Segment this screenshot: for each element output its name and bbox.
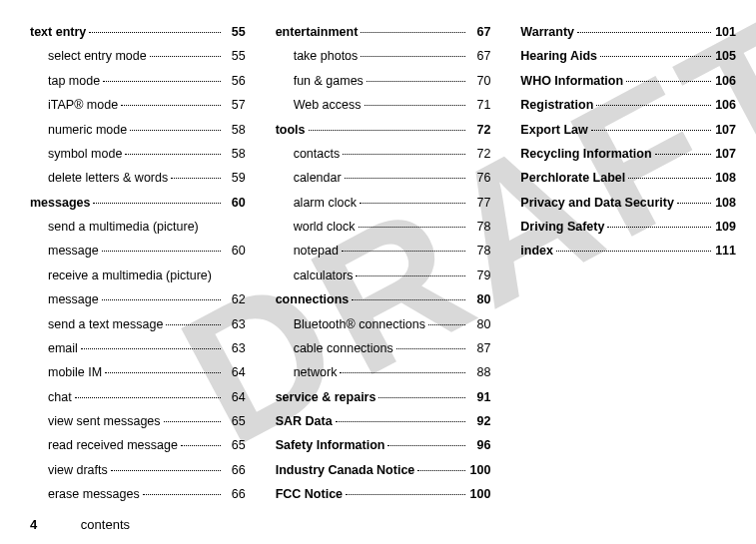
toc-entry-label: read received message — [48, 433, 178, 457]
toc-entry-label: WHO Information — [520, 69, 623, 93]
toc-entry-page: 70 — [468, 69, 490, 93]
toc-entry-page: 87 — [468, 336, 490, 360]
toc-entry-label: contacts — [294, 142, 341, 166]
toc-entry: mobile IM64 — [30, 360, 246, 384]
toc-entry-page: 62 — [224, 287, 246, 311]
toc-leader-dots — [346, 494, 465, 495]
toc-entry: message60 — [30, 239, 246, 263]
toc-entry: view sent messages65 — [30, 409, 246, 433]
toc-leader-dots — [343, 154, 465, 155]
toc-entry-page: 65 — [224, 409, 246, 433]
toc-leader-dots — [130, 130, 220, 131]
toc-leader-dots — [367, 81, 465, 82]
toc-entry-page: 66 — [224, 482, 246, 506]
toc-entry: Web access71 — [276, 93, 491, 117]
toc-entry-page: 63 — [224, 336, 246, 360]
toc-entry-label: Hearing Aids — [520, 44, 597, 68]
toc-leader-dots — [181, 445, 221, 446]
toc-entry-label: Driving Safety — [520, 215, 604, 239]
toc-entry-label: SAR Data — [276, 409, 333, 433]
toc-leader-dots — [121, 105, 221, 106]
toc-leader-dots — [81, 348, 221, 349]
toc-entry: Export Law107 — [520, 118, 736, 142]
toc-entry-page: 72 — [468, 118, 490, 142]
toc-entry-page: 60 — [224, 239, 246, 263]
toc-entry: entertainment67 — [276, 20, 491, 44]
toc-entry-label: select entry mode — [48, 44, 147, 68]
toc-entry-page: 64 — [224, 385, 246, 409]
toc-entry: Driving Safety109 — [520, 215, 736, 239]
toc-entry-label: Privacy and Data Security — [520, 191, 674, 215]
toc-entry-page: 78 — [468, 239, 490, 263]
toc-leader-dots — [143, 494, 221, 495]
toc-entry: WHO Information106 — [520, 69, 736, 93]
toc-entry-page: 55 — [224, 44, 246, 68]
toc-leader-dots — [428, 324, 465, 325]
toc-leader-dots — [607, 227, 711, 228]
toc-entry-page: 63 — [224, 312, 246, 336]
toc-leader-dots — [387, 445, 465, 446]
toc-entry-page: 100 — [468, 458, 490, 482]
toc-leader-dots — [396, 348, 466, 349]
toc-entry: iTAP® mode57 — [30, 93, 246, 117]
toc-leader-dots — [365, 105, 466, 106]
toc-entry-page: 65 — [224, 433, 246, 457]
toc-leader-dots — [171, 178, 220, 179]
toc-entry-label: FCC Notice — [276, 482, 343, 506]
toc-entry-page: 100 — [468, 482, 490, 506]
toc-entry-label: send a multimedia (picture) — [48, 215, 199, 239]
toc-entry-page: 58 — [224, 118, 246, 142]
toc-entry: calculators79 — [276, 264, 491, 287]
toc-entry-page: 111 — [714, 239, 736, 263]
toc-entry-label: Recycling Information — [520, 142, 651, 166]
toc-entry-label: Export Law — [520, 118, 587, 142]
toc-entry-label: Perchlorate Label — [520, 166, 625, 190]
toc-entry: service & repairs91 — [276, 385, 491, 409]
toc-entry: Hearing Aids105 — [520, 44, 736, 68]
toc-entry-label: delete letters & words — [48, 166, 168, 190]
toc-leader-dots — [556, 251, 711, 252]
toc-leader-dots — [628, 178, 711, 179]
toc-entry-label: network — [294, 360, 338, 384]
toc-leader-dots — [345, 178, 466, 179]
toc-entry-label: chat — [48, 385, 72, 409]
toc-entry: notepad78 — [276, 239, 491, 263]
toc-entry-page: 105 — [714, 44, 736, 68]
toc-entry: view drafts66 — [30, 458, 246, 482]
toc-leader-dots — [626, 81, 711, 82]
toc-entry-page: 76 — [468, 166, 490, 190]
toc-entry-page: 80 — [468, 287, 490, 311]
toc-entry-label: Industry Canada Notice — [276, 458, 415, 482]
toc-leader-dots — [359, 227, 466, 228]
toc-leader-dots — [105, 372, 220, 373]
toc-leader-dots — [417, 470, 465, 471]
toc-entry-label: receive a multimedia (picture) — [48, 264, 212, 287]
toc-leader-dots — [596, 105, 711, 106]
toc-entry-page: 109 — [714, 215, 736, 239]
toc-leader-dots — [600, 56, 711, 57]
toc-entry-label: iTAP® mode — [48, 93, 118, 117]
toc-entry: alarm clock77 — [276, 191, 491, 215]
toc-entry-page: 107 — [714, 142, 736, 166]
toc-entry-label: message — [48, 287, 99, 311]
toc-entry: Registration106 — [520, 93, 736, 117]
toc-entry-page: 96 — [468, 433, 490, 457]
toc-entry: fun & games70 — [276, 69, 491, 93]
toc-entry-page: 108 — [714, 191, 736, 215]
toc-entry-label: take photos — [294, 44, 359, 68]
toc-entry-page: 107 — [714, 118, 736, 142]
toc-entry: Warranty101 — [520, 20, 736, 44]
toc-leader-dots — [102, 299, 221, 300]
toc-entry: numeric mode58 — [30, 118, 246, 142]
toc-entry: Privacy and Data Security108 — [520, 191, 736, 215]
toc-leader-dots — [591, 130, 711, 131]
toc-leader-dots — [125, 154, 220, 155]
toc-entry: text entry55 — [30, 20, 246, 44]
toc-entry-label: text entry — [30, 20, 86, 44]
toc-leader-dots — [102, 251, 221, 252]
toc-leader-dots — [378, 397, 465, 398]
toc-leader-dots — [342, 251, 465, 252]
toc-entry: send a text message63 — [30, 312, 246, 336]
toc-entry-label: cable connections — [294, 336, 393, 360]
toc-entry: Recycling Information107 — [520, 142, 736, 166]
